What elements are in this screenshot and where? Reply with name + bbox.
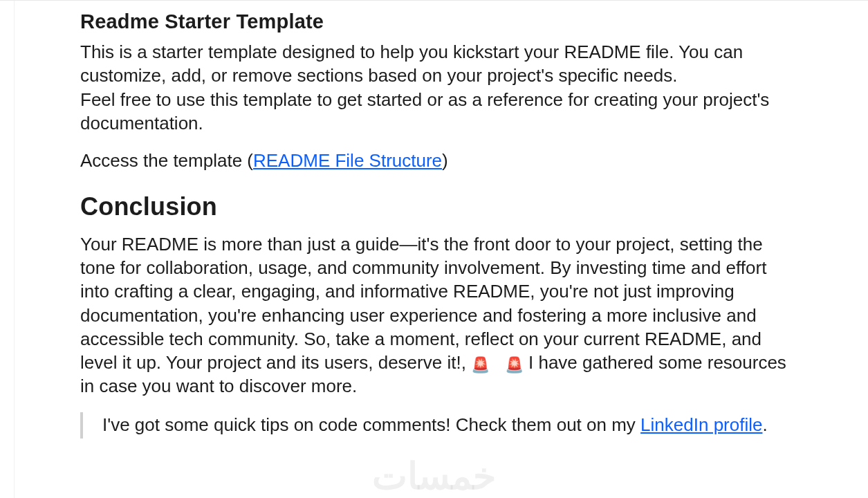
starter-template-heading: Readme Starter Template — [80, 10, 800, 33]
access-template-line: Access the template (README File Structu… — [80, 149, 800, 172]
conclusion-paragraph: Your README is more than just a guide—it… — [80, 232, 800, 398]
tip-before: I've got some quick tips on code comment… — [102, 414, 640, 435]
starter-template-paragraph: This is a starter template designed to h… — [80, 40, 800, 135]
conclusion-heading: Conclusion — [80, 192, 800, 221]
siren-icon: 🚨 — [505, 358, 524, 373]
siren-icon: 🚨 — [471, 358, 490, 373]
access-prefix: Access the template ( — [80, 150, 253, 171]
left-margin-rule — [14, 1, 15, 498]
tip-after: . — [762, 414, 767, 435]
watermark-text: خمسات — [372, 454, 496, 498]
access-suffix: ) — [442, 150, 448, 171]
tip-paragraph: I've got some quick tips on code comment… — [102, 414, 800, 437]
tip-block: I've got some quick tips on code comment… — [80, 412, 800, 439]
linkedin-profile-link[interactable]: LinkedIn profile — [640, 414, 762, 435]
document-page: Readme Starter Template This is a starte… — [0, 0, 868, 498]
document-content: Readme Starter Template This is a starte… — [80, 1, 800, 439]
readme-file-structure-link[interactable]: README File Structure — [253, 150, 442, 171]
